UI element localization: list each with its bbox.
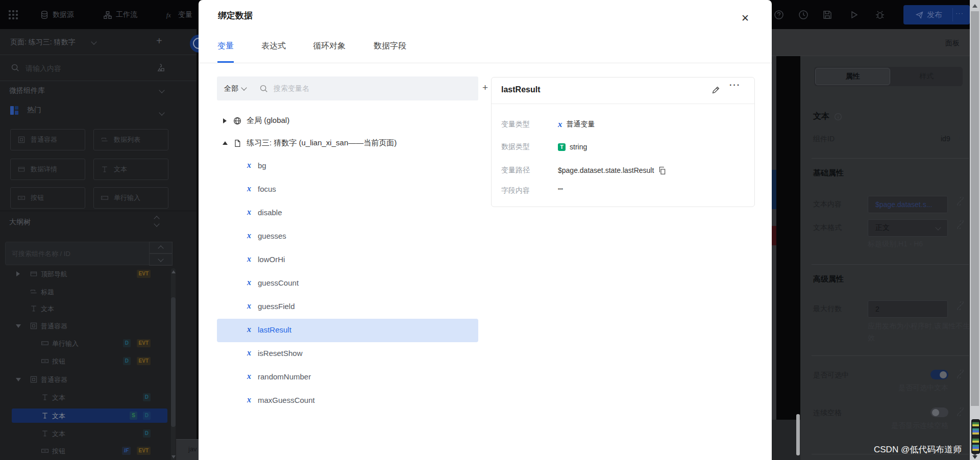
- variable-name: lastResult: [258, 325, 291, 334]
- scroll-up-icon[interactable]: [972, 4, 977, 8]
- library-item-button[interactable]: 单行输入: [93, 187, 168, 209]
- outline-tree-row[interactable]: 顶部导航EVT: [12, 267, 167, 281]
- tree-node-global[interactable]: 全局 (global): [217, 109, 478, 133]
- canvas-scrollbar-thumb[interactable]: [796, 414, 800, 455]
- publish-button[interactable]: 发布···: [903, 5, 970, 24]
- panel-toggle-label[interactable]: 面板: [945, 39, 960, 48]
- outline-tree-row[interactable]: 按钮EVTD: [12, 354, 167, 368]
- filter-all-select[interactable]: 全部: [224, 84, 238, 93]
- topbar-history-icon[interactable]: [798, 10, 808, 20]
- more-actions-button[interactable]: ···: [729, 81, 741, 90]
- prop-input-text-content[interactable]: $page.dataset.s...: [868, 196, 948, 213]
- outline-search-box[interactable]: 可搜索组件名称 / ID: [5, 242, 173, 265]
- search-icon: [259, 84, 268, 93]
- chevron-down-icon: [159, 110, 164, 115]
- extension-widget[interactable]: [971, 419, 980, 454]
- add-variable-button[interactable]: +: [482, 82, 488, 93]
- outline-tree-row[interactable]: 文本: [12, 301, 167, 316]
- variable-row[interactable]: xbg: [217, 155, 478, 178]
- prop-select-text-format[interactable]: 正文: [868, 219, 948, 237]
- variable-search-input[interactable]: 搜索变量名: [274, 84, 309, 93]
- copy-path-button[interactable]: [658, 166, 667, 175]
- chevron-down-icon: [159, 87, 164, 93]
- variable-row[interactable]: xmaxGuessCount: [217, 389, 478, 413]
- tree-scrollbar-thumb[interactable]: [171, 297, 176, 427]
- divider: [812, 355, 969, 356]
- topbar-item-workflow[interactable]: 工作流: [103, 0, 137, 29]
- copy-id-button[interactable]: [957, 134, 965, 142]
- sidebar-search-input[interactable]: 请输入内容: [26, 64, 61, 73]
- outline-search-input[interactable]: 可搜索组件名称 / ID: [12, 249, 70, 259]
- variable-row[interactable]: xlowOrHi: [217, 248, 478, 272]
- add-page-button[interactable]: +: [156, 35, 162, 47]
- text-icon: [41, 393, 49, 401]
- outline-tree-row[interactable]: 文本D: [12, 390, 167, 404]
- library-item-button[interactable]: 数据详情: [10, 159, 85, 180]
- library-item-button[interactable]: 文本: [93, 159, 168, 180]
- library-group-hot[interactable]: 热门: [10, 106, 41, 115]
- topbar-item-fx[interactable]: fx变量: [165, 0, 192, 29]
- tree-expand-icon[interactable]: [16, 271, 20, 276]
- outline-tree-row[interactable]: 文本DS: [12, 408, 167, 423]
- variable-row[interactable]: xguessField: [217, 295, 478, 319]
- outline-tree-row[interactable]: 单行输入EVTD: [12, 336, 167, 350]
- outline-next-button[interactable]: [149, 253, 173, 266]
- library-item-button[interactable]: 数据列表: [93, 129, 168, 150]
- modal-tab-4[interactable]: 数据字段: [374, 41, 406, 52]
- component-id-label: 组件ID: [813, 135, 835, 144]
- tree-node-page[interactable]: 练习三: 猜数字 (u_lian_xi_san——当前页面): [217, 132, 478, 155]
- outline-tree-row[interactable]: 文本D: [12, 426, 167, 441]
- tree-collapse-icon[interactable]: [223, 141, 228, 145]
- bind-link-icon[interactable]: [956, 407, 965, 416]
- bind-link-icon[interactable]: [956, 197, 965, 206]
- topbar-save-icon[interactable]: [822, 10, 832, 20]
- tab-attributes[interactable]: 属性: [815, 68, 890, 85]
- outline-tree-row[interactable]: 标题: [12, 285, 167, 299]
- tree-expand-icon[interactable]: [16, 324, 21, 328]
- topbar-debug-icon[interactable]: [875, 10, 885, 20]
- tab-styles[interactable]: 样式: [890, 67, 963, 86]
- variable-row[interactable]: xrandomNumber: [217, 366, 478, 389]
- scroll-down-icon[interactable]: [172, 455, 176, 458]
- publish-more-button[interactable]: ···: [955, 9, 964, 17]
- toggle-off[interactable]: [930, 407, 948, 417]
- browser-scrollbar[interactable]: [970, 0, 980, 460]
- variable-row[interactable]: xdisable: [217, 201, 478, 225]
- toggle-on[interactable]: [930, 370, 948, 379]
- variable-x-icon: x: [247, 254, 251, 264]
- modal-tab-3[interactable]: 循环对象: [313, 41, 346, 52]
- variable-row[interactable]: xguesses: [217, 225, 478, 248]
- tree-node-label: 全局 (global): [247, 116, 289, 125]
- page-selector[interactable]: 页面: 练习三: 猜数字: [10, 38, 76, 47]
- topbar-item-database[interactable]: 数据源: [40, 0, 74, 29]
- variable-row-selected[interactable]: xlastResult: [217, 319, 478, 342]
- tree-expand-icon[interactable]: [223, 118, 227, 123]
- tree-expand-icon[interactable]: [16, 378, 21, 381]
- outline-tree-row[interactable]: 普通容器: [12, 319, 167, 333]
- prop-input-max-lines[interactable]: 2: [868, 300, 948, 318]
- modal-tab-2[interactable]: 表达式: [261, 41, 286, 52]
- variable-row[interactable]: xfocus: [217, 178, 478, 201]
- topbar-preview-icon[interactable]: [849, 10, 859, 20]
- bind-link-icon[interactable]: [956, 301, 965, 310]
- scroll-up-icon[interactable]: [172, 270, 176, 273]
- topbar-help-icon[interactable]: [774, 10, 784, 20]
- outline-prev-button[interactable]: [149, 242, 173, 253]
- variable-row[interactable]: xguessCount: [217, 272, 478, 295]
- text-icon: [30, 304, 38, 313]
- badge-d: D: [143, 393, 151, 401]
- menu-grid-icon[interactable]: [9, 10, 18, 19]
- outline-expand-icon[interactable]: [155, 217, 159, 226]
- edit-variable-button[interactable]: [711, 86, 720, 95]
- outline-tree-row[interactable]: 普通容器: [12, 372, 167, 387]
- chevron-down-icon: [963, 169, 968, 175]
- modal-tab-1[interactable]: 变量: [217, 41, 234, 52]
- bind-link-icon[interactable]: [956, 370, 965, 378]
- modal-close-button[interactable]: ✕: [741, 13, 749, 23]
- outline-tree-row[interactable]: 按钮EVTIF: [12, 444, 167, 458]
- scrollbar-thumb[interactable]: [971, 11, 979, 406]
- variable-row[interactable]: xisResetShow: [217, 342, 478, 366]
- bind-link-icon[interactable]: [956, 220, 965, 229]
- library-item-button[interactable]: 按钮: [10, 187, 85, 209]
- library-item-button[interactable]: 普通容器: [10, 129, 85, 150]
